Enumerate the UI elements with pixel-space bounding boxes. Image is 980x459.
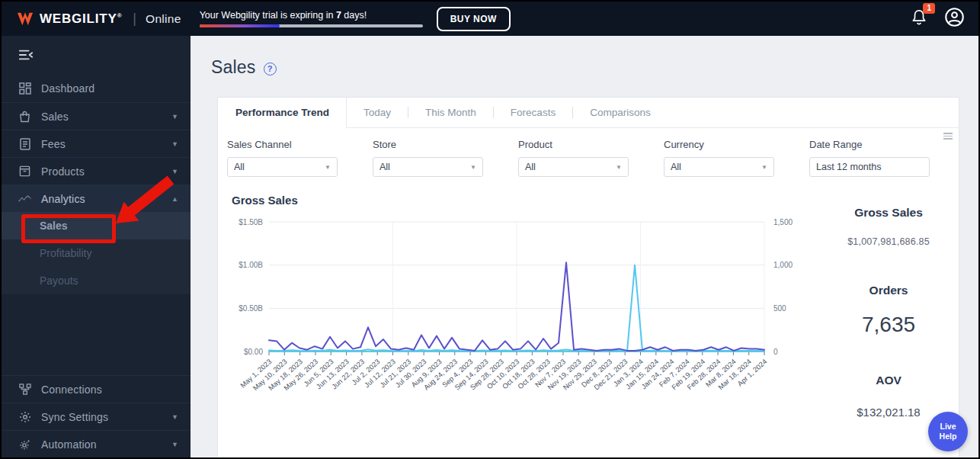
webgility-logo[interactable]: WEBGILITY® [17,11,122,27]
performance-trend-chart[interactable]: $1.50B1,500$1.00B1,000$0.50B500$0.000May… [232,211,812,406]
connections-icon [18,384,31,395]
collapse-sidebar-button[interactable] [2,36,191,75]
notification-badge: 1 [923,3,935,14]
chevron-down-icon: ▼ [761,164,767,171]
chevron-down-icon: ▼ [325,164,331,171]
currency-select[interactable]: All ▼ [664,157,774,177]
product-name: Online [146,12,181,26]
sidebar-subitem-payouts[interactable]: Payouts [2,267,191,294]
filter-currency: Currency All ▼ [664,139,774,177]
live-help-label: Live [940,422,956,432]
chevron-down-icon: ▼ [171,441,178,448]
tab-forecasts[interactable]: Forecasts [494,98,572,127]
product-select[interactable]: All ▼ [518,157,629,177]
sidebar-item-label: Connections [41,384,178,396]
sidebar-bottom-group: Connections Sync Settings ▼ Automation ▼ [2,375,191,457]
store-select[interactable]: All ▼ [373,157,483,177]
stat-gross-sales-value: $1,007,981,686.85 [818,236,959,247]
filter-label: Sales Channel [227,139,338,150]
trial-progress-fill [200,24,280,27]
collapse-menu-icon [18,49,34,61]
live-help-button[interactable]: Live Help [928,412,968,451]
filter-label: Product [518,139,629,150]
svg-text:500: 500 [773,304,786,313]
analytics-submenu: Sales Profitability Payouts [2,212,191,294]
tab-bar: Performance Trend Today This Month Forec… [218,98,959,128]
trial-progress-track [200,24,423,27]
automation-icon [18,438,31,451]
sidebar-subitem-sales[interactable]: Sales [2,212,191,239]
sidebar-item-analytics[interactable]: Analytics ▲ [2,185,191,212]
sidebar-item-fees[interactable]: Fees ▼ [2,130,191,157]
svg-text:1,000: 1,000 [773,261,793,269]
sidebar-item-sync-settings[interactable]: Sync Settings ▼ [2,403,191,430]
chevron-down-icon: ▼ [171,413,178,421]
chevron-down-icon: ▼ [171,140,178,148]
sidebar-item-label: Automation [41,438,171,451]
app-window: WEBGILITY® | Online Your Webgility trial… [0,0,980,459]
tab-today[interactable]: Today [347,98,408,127]
stat-gross-sales-label: Gross Sales [818,206,959,220]
sales-channel-select[interactable]: All ▼ [227,157,338,177]
sidebar-item-connections[interactable]: Connections [2,375,191,403]
chevron-down-icon: ▼ [616,164,622,171]
summary-stats-panel: Gross Sales $1,007,981,686.85 Orders 7,6… [818,194,959,419]
svg-text:$1.50B: $1.50B [239,218,263,226]
sidebar-item-dashboard[interactable]: Dashboard [2,75,191,102]
sidebar-subitem-profitability[interactable]: Profitability [2,239,191,267]
select-value: All [671,162,761,172]
svg-text:$0.00: $0.00 [244,348,263,356]
sidebar: Dashboard Sales ▼ Fees ▼ Products ▼ [2,36,191,457]
page-title: Sales [211,57,256,78]
select-value: All [380,162,470,172]
filters-row: Sales Channel All ▼ Store All ▼ Product [218,128,959,186]
sidebar-item-label: Fees [41,138,171,150]
products-icon [18,165,31,177]
sidebar-item-sales[interactable]: Sales ▼ [2,102,191,130]
notifications-button[interactable]: 1 [911,8,927,30]
sidebar-item-automation[interactable]: Automation ▼ [2,430,191,457]
fees-icon [18,138,31,150]
account-icon [944,7,965,27]
filter-product: Product All ▼ [518,139,629,177]
chevron-down-icon: ▼ [171,113,178,120]
filter-sales-channel: Sales Channel All ▼ [227,139,338,177]
brand-divider: | [133,11,136,27]
filter-date-range: Date Range Last 12 months [809,139,930,177]
select-value: All [525,162,616,172]
sidebar-item-label: Dashboard [41,82,178,95]
gross-sales-chart-section: Gross Sales $1.50B1,500$1.00B1,000$0.50B… [232,194,818,419]
chevron-down-icon: ▼ [470,164,476,171]
sidebar-item-label: Sync Settings [41,411,171,423]
select-value: Last 12 months [816,162,923,172]
webgility-logo-icon [17,11,34,27]
trial-expiry-text: Your Webgility trial is expiring in 7 da… [200,10,423,21]
sidebar-subitem-label: Sales [40,220,68,232]
svg-text:0: 0 [773,348,778,356]
stat-orders-value: 7,635 [818,313,959,337]
sidebar-subitem-label: Payouts [40,274,78,287]
tab-comparisons[interactable]: Comparisons [573,98,668,127]
svg-text:$0.50B: $0.50B [239,304,263,313]
filter-label: Date Range [809,139,930,150]
sidebar-item-label: Sales [41,111,171,123]
filter-label: Currency [664,139,774,150]
tab-performance-trend[interactable]: Performance Trend [218,98,347,128]
top-bar: WEBGILITY® | Online Your Webgility trial… [2,2,978,36]
tab-this-month[interactable]: This Month [408,98,493,127]
buy-now-button[interactable]: BUY NOW [437,7,511,31]
chevron-up-icon: ▲ [171,195,178,203]
gear-icon [18,411,31,423]
chart-title: Gross Sales [232,194,818,207]
select-value: All [234,162,325,172]
trial-banner: Your Webgility trial is expiring in 7 da… [200,10,423,27]
help-icon[interactable]: ? [264,63,277,75]
account-button[interactable] [944,7,965,30]
sidebar-item-products[interactable]: Products ▼ [2,157,191,185]
live-help-label: Help [940,432,957,441]
filter-store: Store All ▼ [373,139,483,177]
sidebar-item-label: Products [41,165,171,178]
svg-text:1,500: 1,500 [773,218,793,226]
date-range-input[interactable]: Last 12 months [809,157,930,177]
chart-context-menu-icon[interactable] [943,131,953,141]
